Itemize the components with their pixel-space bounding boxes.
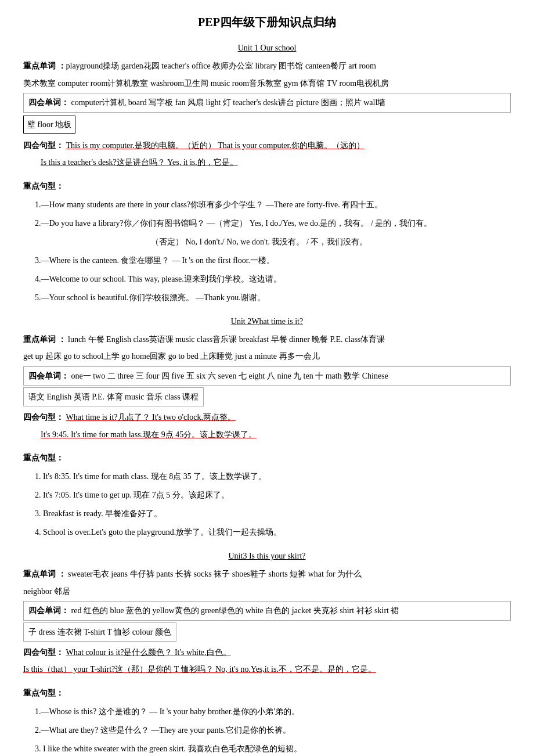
- unit1-title: Unit 1 Our school: [23, 41, 511, 55]
- page-title: PEP四年级下册知识点归纳: [23, 12, 511, 33]
- unit3-key-words-line2: neighbor 邻居: [23, 584, 511, 600]
- unit3-section: Unit3 Is this your skirt? 重点单词 ： sweater…: [23, 549, 511, 756]
- unit1-four-words2-line: 壁 floor 地板: [23, 114, 511, 135]
- unit1-sentence-4: 3.—Where is the canteen. 食堂在哪里？ — It 's …: [35, 253, 511, 269]
- unit1-four-sentence2: Is this a teacher's desk?这是讲台吗？ Yes, it …: [41, 158, 238, 167]
- unit2-key-words: lunch 午餐 English class英语课 music class音乐课…: [66, 335, 385, 344]
- unit2-four-words2: 语文 English 英语 P.E. 体育 music 音乐 class 课程: [28, 393, 199, 401]
- unit3-sentence-1: 1.—Whose is this? 这个是谁的？ — It 's your ba…: [35, 704, 511, 720]
- unit2-title: Unit 2What time is it?: [23, 314, 511, 329]
- unit3-four-sentence: What colour is it?是什么颜色？ It's white.白色。: [66, 648, 231, 657]
- unit2-four-sentence-label: 四会句型：: [23, 413, 64, 422]
- unit1-sentence-6: 5.—Your school is beautiful.你们学校很漂亮。 —Th…: [35, 290, 511, 306]
- unit3-sentence-3: 3. I like the white sweater with the gre…: [35, 741, 511, 756]
- unit2-four-words: one一 two 二 three 三 four 四 five 五 six 六 s…: [69, 372, 388, 380]
- unit1-key-words-label: 重点单词 ：: [23, 62, 66, 70]
- unit1-four-words2-boxed: 壁 floor 地板: [23, 116, 75, 134]
- unit2-four-sentence2-line: It's 9:45. It's time for math lass.现在 9点…: [23, 427, 511, 443]
- unit2-key-words-line1: 重点单词 ： lunch 午餐 English class英语课 music c…: [23, 332, 511, 348]
- unit3-four-words-block: 四会单词： red 红色的 blue 蓝色的 yellow黄色的 green绿色…: [23, 601, 511, 620]
- unit1-key-sentence-label-line: 重点句型：: [23, 179, 511, 195]
- unit2-key-sentence-label: 重点句型：: [23, 453, 64, 462]
- unit2-four-words2-block: 语文 English 英语 P.E. 体育 music 音乐 class 课程: [23, 387, 204, 406]
- unit1-key-words: playground操场 garden花园 teacher's office 教…: [66, 62, 377, 70]
- unit2-sentence-1: 1. It's 8:35. It's time for math class. …: [35, 469, 511, 485]
- unit2-four-words-label: 四会单词：: [28, 372, 69, 380]
- unit2-key-words-line2: get up 起床 go to school上学 go home回家 go to…: [23, 349, 511, 365]
- unit2-four-sentence2: It's 9:45. It's time for math lass.现在 9点…: [41, 430, 257, 439]
- unit1-sentence-3: （否定） No, I don't./ No, we don't. 我没有。 / …: [35, 234, 511, 250]
- unit1-four-words: computer计算机 board 写字板 fan 风扇 light 灯 tea…: [69, 98, 385, 107]
- unit3-four-sentence2-line: Is this（that） your T-shirt?这（那）是你的 T 恤衫吗…: [23, 662, 511, 678]
- unit3-sentence-2: 2.—What are they? 这些是什么？ —They are your …: [35, 722, 511, 739]
- unit1-key-words-line2: 美术教室 computer room计算机教室 washroom卫生间 musi…: [23, 76, 511, 92]
- unit2-four-words-block: 四会单词： one一 two 二 three 三 four 四 five 五 s…: [23, 366, 511, 386]
- unit3-title: Unit3 Is this your skirt?: [23, 549, 511, 563]
- unit2-four-sentence: What time is it?几点了？ It's two o'clock.两点…: [66, 413, 236, 422]
- unit2-section: Unit 2What time is it? 重点单词 ： lunch 午餐 E…: [23, 314, 511, 541]
- unit2-key-words-label: 重点单词 ：: [23, 335, 66, 344]
- unit3-key-sentence-label-line: 重点句型：: [23, 686, 511, 701]
- unit1-four-sentence2-line: Is this a teacher's desk?这是讲台吗？ Yes, it …: [23, 155, 511, 171]
- unit3-key-words: sweater毛衣 jeans 牛仔裤 pants 长裤 socks 袜子 sh…: [66, 570, 362, 578]
- unit3-four-words2-block: 子 dress 连衣裙 T-shirt T 恤衫 colour 颜色: [23, 622, 176, 642]
- unit1-sentence-5: 4.—Welcome to our school. This way, plea…: [35, 271, 511, 287]
- unit1-four-words-label: 四会单词：: [28, 98, 69, 107]
- unit1-section: Unit 1 Our school 重点单词 ：playground操场 gar…: [23, 41, 511, 306]
- unit1-four-sentence: This is my computer.是我的电脑。（近的） That is y…: [66, 141, 365, 150]
- unit1-key-sentence-label: 重点句型：: [23, 182, 64, 190]
- unit1-four-sentence-line: 四会句型： This is my computer.是我的电脑。（近的） Tha…: [23, 138, 511, 154]
- unit2-sentence-4: 4. School is over.Let's goto the playgro…: [35, 524, 511, 541]
- unit3-key-sentence-label: 重点句型：: [23, 689, 64, 697]
- unit1-sentence-2: 2.—Do you have a library?你／你们有图书馆吗？ —（肯定…: [35, 215, 511, 232]
- unit3-four-sentence-line: 四会句型： What colour is it?是什么颜色？ It's whit…: [23, 645, 511, 661]
- unit1-four-words-block: 四会单词： computer计算机 board 写字板 fan 风扇 light…: [23, 93, 511, 112]
- unit3-four-words-label: 四会单词：: [28, 606, 69, 615]
- unit3-four-sentence2: Is this（that） your T-shirt?这（那）是你的 T 恤衫吗…: [23, 665, 376, 674]
- unit3-four-words2: 子 dress 连衣裙 T-shirt T 恤衫 colour 颜色: [28, 628, 171, 636]
- unit2-sentence-3: 3. Breakfast is ready. 早餐准备好了。: [35, 506, 511, 522]
- unit2-sentence-2: 2. It's 7:05. It's time to get up. 现在 7点…: [35, 487, 511, 503]
- unit3-key-words-label: 重点单词 ：: [23, 570, 66, 578]
- unit1-sentence-1: 1.—How many students are there in your c…: [35, 197, 511, 213]
- unit2-four-sentence-line: 四会句型： What time is it?几点了？ It's two o'cl…: [23, 410, 511, 426]
- unit3-four-sentence-label: 四会句型：: [23, 648, 64, 657]
- unit3-key-words-line1: 重点单词 ： sweater毛衣 jeans 牛仔裤 pants 长裤 sock…: [23, 567, 511, 582]
- unit2-key-sentence-label-line: 重点句型：: [23, 451, 511, 466]
- unit3-four-words: red 红色的 blue 蓝色的 yellow黄色的 green绿色的 whit…: [69, 606, 399, 615]
- unit1-key-words-line1: 重点单词 ：playground操场 garden花园 teacher's of…: [23, 59, 511, 74]
- unit1-four-sentence-label: 四会句型：: [23, 141, 64, 150]
